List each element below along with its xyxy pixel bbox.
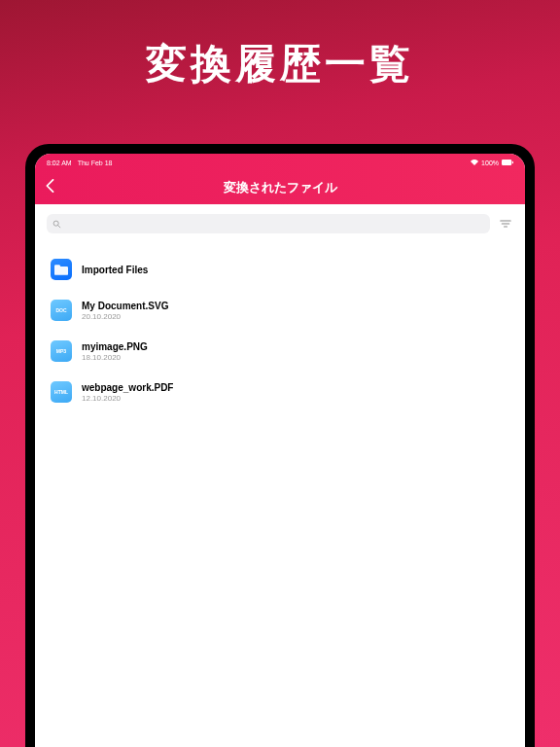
filter-button[interactable] [498,216,513,231]
list-item[interactable]: Imported Files [51,251,509,292]
status-date: Thu Feb 18 [78,160,113,166]
doc-icon: DOC [51,300,72,321]
mp3-icon: MP3 [51,340,72,362]
nav-title: 変換されたファイル [224,179,337,196]
filter-icon [500,219,511,229]
file-list: Imported Files DOC My Document.SVG 20.10… [47,251,513,414]
list-item[interactable]: DOC My Document.SVG 20.10.2020 [51,292,509,333]
tablet-frame: 8:02 AM Thu Feb 18 100% 変換されたファイル [25,144,535,747]
nav-bar: 変換されたファイル [35,171,525,204]
list-item[interactable]: MP3 myimage.PNG 18.10.2020 [51,333,509,374]
search-icon [52,220,61,229]
svg-rect-1 [512,161,513,163]
status-bar: 8:02 AM Thu Feb 18 100% [35,154,525,171]
svg-line-3 [58,225,60,227]
back-button[interactable] [45,179,54,196]
file-date: 12.10.2020 [82,394,173,403]
wifi-icon [471,160,478,165]
html-icon: HTML [51,381,72,403]
list-item[interactable]: HTML webpage_work.PDF 12.10.2020 [51,374,509,414]
battery-icon [502,160,513,165]
hero-title: 変換履歴一覧 [0,37,560,91]
file-date: 18.10.2020 [82,353,148,362]
file-name: Imported Files [82,265,148,275]
screen: 8:02 AM Thu Feb 18 100% 変換されたファイル [35,154,525,747]
svg-rect-0 [502,160,511,165]
folder-icon [51,259,72,280]
file-name: webpage_work.PDF [82,382,173,393]
file-name: My Document.SVG [82,301,168,311]
file-date: 20.10.2020 [82,312,168,321]
status-time: 8:02 AM [47,160,72,166]
search-input[interactable] [47,214,490,233]
file-name: myimage.PNG [82,341,148,352]
battery-percent: 100% [481,160,499,166]
content-area: Imported Files DOC My Document.SVG 20.10… [35,204,525,424]
